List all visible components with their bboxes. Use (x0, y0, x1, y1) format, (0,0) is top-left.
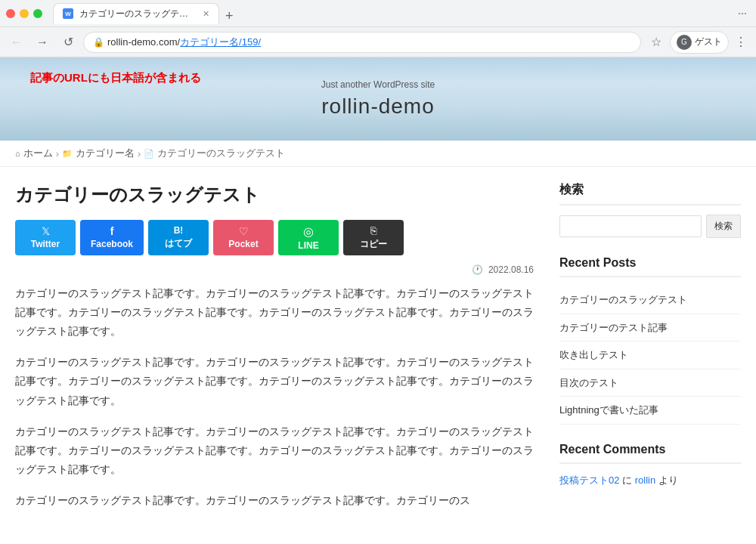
title-bar: W カテゴリーのスラッグテスト | roll… ✕ + ⋯ (0, 0, 756, 27)
favicon-letter: W (65, 11, 71, 17)
recent-post-item-4: 目次のテスト (559, 369, 741, 397)
avatar-letter: G (681, 38, 687, 46)
category-icon: 📁 (62, 149, 73, 159)
header-note: 記事のURLにも日本語が含まれる (30, 71, 201, 85)
hateb-icon: B! (174, 225, 184, 236)
recent-post-item-2: カテゴリーのテスト記事 (559, 314, 741, 342)
recent-posts-widget: Recent Posts カテゴリーのスラッグテスト カテゴリーのテスト記事 吹… (559, 256, 741, 425)
recent-post-link-5[interactable]: Lightningで書いた記事 (559, 404, 658, 416)
bookmark-button[interactable]: ☆ (646, 32, 667, 53)
chrome-menu-button[interactable]: ⋮ (732, 32, 750, 52)
recent-post-item-5: Lightningで書いた記事 (559, 397, 741, 425)
recent-post-link-3[interactable]: 吹き出しテスト (559, 349, 628, 360)
tab-favicon: W (63, 8, 73, 19)
recent-post-item-3: 吹き出しテスト (559, 342, 741, 369)
tab-close-icon[interactable]: ✕ (203, 9, 209, 19)
tab-title: カテゴリーのスラッグテスト | roll… (79, 8, 194, 20)
address-path: カテゴリー名/159/ (180, 36, 261, 48)
traffic-lights (6, 9, 42, 18)
address-bar[interactable]: 🔒 rollin-demo.com/カテゴリー名/159/ (83, 32, 641, 53)
share-line-button[interactable]: ◎ LINE (278, 220, 339, 255)
pocket-label: Pocket (228, 239, 258, 249)
line-icon: ◎ (303, 224, 314, 239)
breadcrumb-sep-2: › (138, 148, 141, 159)
twitter-icon: 𝕏 (42, 225, 50, 237)
recent-post-link-1[interactable]: カテゴリーのスラッグテスト (559, 294, 687, 305)
breadcrumb-sep-1: › (56, 148, 59, 159)
twitter-label: Twitter (31, 239, 60, 249)
breadcrumb-current: カテゴリーのスラッグテスト (157, 147, 285, 160)
article-paragraph-3: カテゴリーのスラッグテスト記事です。カテゴリーのスラッグテスト記事です。カテゴリ… (15, 422, 537, 480)
article-title: カテゴリーのスラッグテスト (15, 182, 537, 208)
minimize-button[interactable] (20, 9, 29, 18)
page-icon: 📄 (144, 149, 154, 159)
profile-label: ゲスト (695, 36, 722, 48)
refresh-icon: ↺ (64, 35, 73, 49)
post-date: 🕐 2022.08.16 (15, 264, 537, 275)
window-controls[interactable]: ⋯ (735, 5, 750, 22)
search-button[interactable]: 検索 (706, 215, 741, 238)
search-widget: 検索 検索 (559, 182, 741, 238)
address-base: rollin-demo.com/ (107, 36, 180, 48)
address-url: rollin-demo.com/カテゴリー名/159/ (107, 36, 261, 49)
recent-comment-text-2: に (622, 474, 632, 486)
new-tab-button[interactable]: + (222, 8, 237, 24)
breadcrumb-category[interactable]: カテゴリー名 (76, 147, 135, 160)
page-content: 記事のURLにも日本語が含まれる Just another WordPress … (0, 57, 756, 544)
back-icon: ← (11, 36, 23, 49)
hateb-label: はてブ (165, 237, 192, 250)
share-facebook-button[interactable]: f Facebook (80, 220, 144, 255)
recent-comment-text-3: より (658, 474, 678, 486)
facebook-label: Facebook (91, 239, 133, 249)
forward-icon: → (36, 36, 48, 49)
pocket-icon: ♡ (239, 225, 249, 237)
recent-comments-title: Recent Comments (559, 443, 741, 464)
refresh-button[interactable]: ↺ (57, 32, 79, 53)
share-twitter-button[interactable]: 𝕏 Twitter (15, 220, 76, 255)
article-body: カテゴリーのスラッグテスト記事です。カテゴリーのスラッグテスト記事です。カテゴリ… (15, 284, 537, 511)
forward-button[interactable]: → (32, 32, 53, 53)
tab-bar: W カテゴリーのスラッグテスト | roll… ✕ + (53, 3, 389, 24)
recent-comments-content: 投稿テスト02 に rollin より (559, 473, 741, 489)
recent-post-link-2[interactable]: カテゴリーのテスト記事 (559, 322, 668, 333)
breadcrumb-home[interactable]: ホーム (23, 147, 53, 160)
site-title: rollin-demo (321, 94, 435, 119)
recent-comment-post-link[interactable]: 投稿テスト02 (559, 474, 619, 486)
share-copy-button[interactable]: ⎘ コピー (343, 220, 404, 255)
close-button[interactable] (6, 9, 15, 18)
recent-comment-author-link[interactable]: rollin (635, 474, 655, 486)
recent-post-link-4[interactable]: 目次のテスト (559, 377, 618, 388)
content-area: カテゴリーのスラッグテスト 𝕏 Twitter f Facebook B! はて… (15, 182, 537, 522)
main-layout: カテゴリーのスラッグテスト 𝕏 Twitter f Facebook B! はて… (0, 167, 756, 537)
facebook-icon: f (110, 225, 114, 237)
back-button[interactable]: ← (6, 32, 27, 53)
share-buttons: 𝕏 Twitter f Facebook B! はてブ ♡ Pocket (15, 220, 537, 255)
article-paragraph-4: カテゴリーのスラッグテスト記事です。カテゴリーのスラッグテスト記事です。カテゴリ… (15, 491, 537, 510)
active-tab[interactable]: W カテゴリーのスラッグテスト | roll… ✕ (53, 3, 219, 24)
search-input[interactable] (559, 215, 702, 237)
site-tagline: Just another WordPress site (321, 79, 435, 90)
breadcrumb: ⌂ ホーム › 📁 カテゴリー名 › 📄 カテゴリーのスラッグテスト (0, 141, 756, 167)
profile-button[interactable]: G ゲスト (670, 31, 729, 54)
nav-right: ☆ G ゲスト ⋮ (646, 31, 750, 54)
navigation-bar: ← → ↺ 🔒 rollin-demo.com/カテゴリー名/159/ ☆ G … (0, 27, 756, 57)
clock-icon: 🕐 (472, 264, 483, 275)
lock-icon: 🔒 (93, 37, 104, 48)
copy-label: コピー (360, 238, 387, 251)
copy-icon: ⎘ (370, 224, 376, 236)
recent-post-item-1: カテゴリーのスラッグテスト (559, 286, 741, 314)
home-icon: ⌂ (15, 149, 20, 158)
line-label: LINE (298, 240, 318, 251)
site-header: 記事のURLにも日本語が含まれる Just another WordPress … (0, 57, 756, 141)
article-paragraph-2: カテゴリーのスラッグテスト記事です。カテゴリーのスラッグテスト記事です。カテゴリ… (15, 353, 537, 410)
sidebar: 検索 検索 Recent Posts カテゴリーのスラッグテスト カテゴリ (559, 182, 741, 522)
share-hateb-button[interactable]: B! はてブ (148, 220, 209, 255)
recent-posts-title: Recent Posts (559, 256, 741, 277)
post-date-value: 2022.08.16 (488, 264, 534, 275)
recent-comments-widget: Recent Comments 投稿テスト02 に rollin より (559, 443, 741, 489)
bookmark-icon: ☆ (651, 35, 662, 49)
share-pocket-button[interactable]: ♡ Pocket (213, 220, 274, 255)
article-paragraph-1: カテゴリーのスラッグテスト記事です。カテゴリーのスラッグテスト記事です。カテゴリ… (15, 284, 537, 342)
search-form: 検索 (559, 215, 741, 238)
maximize-button[interactable] (33, 9, 42, 18)
